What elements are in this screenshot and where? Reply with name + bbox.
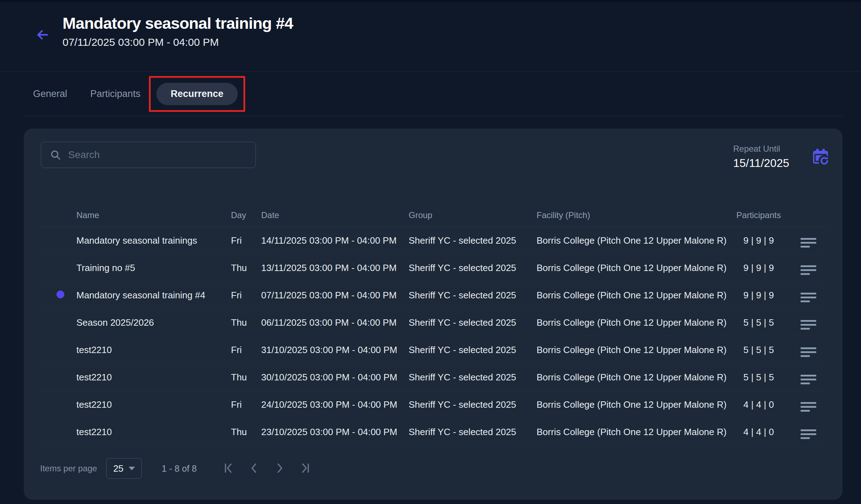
table-row[interactable]: Mandatory seasonal trainings Fri 14/11/2… [40, 227, 826, 254]
cell-participants: 4 | 4 | 0 [719, 427, 798, 438]
cell-actions [798, 313, 826, 332]
red-annotation-box: Recurrence [149, 76, 245, 112]
repeat-until-block: Repeat Until 15/11/2025 [733, 144, 789, 170]
repeat-until-label: Repeat Until [733, 144, 789, 154]
row-menu-icon[interactable] [798, 263, 818, 277]
cell-group: Sheriff YC - selected 2025 [409, 345, 537, 356]
cell-facility: Borris College (Pitch One 12 Upper Malon… [537, 317, 719, 328]
tab-general[interactable]: General [33, 88, 67, 99]
current-row-indicator-cell [40, 345, 76, 356]
cell-name: Training no #5 [76, 262, 231, 273]
previous-page-button[interactable] [247, 461, 262, 476]
last-page-button[interactable] [298, 461, 313, 476]
cell-facility: Borris College (Pitch One 12 Upper Malon… [537, 372, 719, 383]
cell-name: test2210 [76, 427, 231, 438]
table-row[interactable]: test2210 Thu 23/10/2025 03:00 PM - 04:00… [40, 418, 826, 446]
cell-group: Sheriff YC - selected 2025 [409, 372, 537, 383]
page-range-label: 1 - 8 of 8 [162, 464, 197, 474]
table-header-row: Name Day Date Group Facility (Pitch) Par… [40, 204, 826, 227]
cell-actions [798, 286, 826, 304]
cell-group: Sheriff YC - selected 2025 [409, 399, 537, 410]
first-page-button[interactable] [221, 461, 236, 476]
search-input[interactable] [68, 149, 247, 161]
cell-date: 31/10/2025 03:00 PM - 04:00 PM [261, 345, 409, 356]
column-header-day: Day [231, 210, 261, 220]
current-row-indicator-cell [40, 317, 76, 328]
search-box[interactable] [41, 142, 256, 168]
current-row-indicator-cell [40, 372, 76, 383]
cell-group: Sheriff YC - selected 2025 [409, 427, 537, 438]
row-menu-icon[interactable] [798, 400, 818, 414]
chevron-right-icon [274, 462, 286, 474]
row-menu-icon[interactable] [798, 236, 818, 250]
back-button[interactable] [35, 27, 50, 43]
chevron-left-icon [248, 462, 260, 474]
cell-participants: 9 | 9 | 9 [719, 290, 798, 301]
cell-group: Sheriff YC - selected 2025 [409, 317, 537, 328]
cell-name: test2210 [76, 399, 231, 410]
cell-name: Season 2025/2026 [76, 317, 231, 328]
cell-facility: Borris College (Pitch One 12 Upper Malon… [537, 345, 719, 356]
items-per-page-label: Items per page [40, 464, 97, 473]
cell-day: Fri [231, 399, 261, 410]
table-row[interactable]: Training no #5 Thu 13/11/2025 03:00 PM -… [40, 254, 826, 282]
column-header-name: Name [76, 210, 231, 220]
arrow-left-icon [35, 27, 50, 43]
cell-facility: Borris College (Pitch One 12 Upper Malon… [537, 262, 719, 273]
cell-day: Thu [231, 427, 261, 438]
cell-day: Fri [231, 345, 261, 356]
cell-actions [798, 259, 826, 277]
page-subtitle: 07/11/2025 03:00 PM - 04:00 PM [63, 36, 293, 48]
table-row[interactable]: test2210 Thu 30/10/2025 03:00 PM - 04:00… [40, 364, 826, 391]
tab-bar: General Participants Recurrence [0, 72, 861, 116]
cell-date: 07/11/2025 03:00 PM - 04:00 PM [261, 290, 409, 301]
cell-facility: Borris College (Pitch One 12 Upper Malon… [537, 235, 719, 246]
next-page-button[interactable] [272, 461, 287, 476]
cell-participants: 4 | 4 | 0 [719, 399, 798, 410]
cell-participants: 9 | 9 | 9 [719, 262, 798, 273]
last-page-icon [299, 462, 311, 474]
table-body: Mandatory seasonal trainings Fri 14/11/2… [40, 227, 826, 446]
cell-participants: 5 | 5 | 5 [719, 345, 798, 356]
cell-day: Thu [231, 317, 261, 328]
table-row[interactable]: Mandatory seasonal training #4 Fri 07/11… [40, 282, 826, 309]
current-row-indicator-cell [40, 290, 76, 301]
recurrence-table: Name Day Date Group Facility (Pitch) Par… [40, 204, 826, 446]
cell-facility: Borris College (Pitch One 12 Upper Malon… [537, 399, 719, 410]
calendar-repeat-icon [811, 147, 830, 167]
first-page-icon [222, 462, 235, 474]
column-header-facility: Facility (Pitch) [537, 210, 719, 220]
repeat-until-value: 15/11/2025 [733, 157, 789, 170]
cell-date: 14/11/2025 03:00 PM - 04:00 PM [261, 235, 409, 246]
cell-name: Mandatory seasonal training #4 [76, 290, 231, 301]
cell-group: Sheriff YC - selected 2025 [409, 290, 537, 301]
tab-participants[interactable]: Participants [90, 88, 140, 99]
row-menu-icon[interactable] [798, 345, 818, 359]
table-row[interactable]: test2210 Fri 31/10/2025 03:00 PM - 04:00… [40, 336, 826, 364]
column-header-date: Date [261, 210, 409, 220]
cell-date: 06/11/2025 03:00 PM - 04:00 PM [261, 317, 409, 328]
cell-group: Sheriff YC - selected 2025 [409, 262, 537, 273]
column-header-group: Group [409, 210, 537, 220]
dropdown-arrow-icon [129, 467, 135, 470]
cell-group: Sheriff YC - selected 2025 [409, 235, 537, 246]
table-row[interactable]: Season 2025/2026 Thu 06/11/2025 03:00 PM… [40, 309, 826, 336]
cell-actions [798, 341, 826, 359]
items-per-page-select[interactable]: 25 [106, 458, 142, 479]
row-menu-icon[interactable] [798, 318, 818, 332]
table-row[interactable]: test2210 Fri 24/10/2025 03:00 PM - 04:00… [40, 391, 826, 418]
cell-day: Fri [231, 290, 261, 301]
cell-day: Thu [231, 372, 261, 383]
column-header-participants: Participants [719, 210, 798, 220]
row-menu-icon[interactable] [798, 427, 818, 441]
cell-name: test2210 [76, 345, 231, 356]
tabs-divider [24, 116, 843, 116]
cell-actions [798, 423, 826, 441]
cell-name: test2210 [76, 372, 231, 383]
current-row-indicator-cell [40, 427, 76, 438]
cell-date: 13/11/2025 03:00 PM - 04:00 PM [261, 262, 409, 273]
row-menu-icon[interactable] [798, 291, 818, 304]
edit-recurrence-button[interactable] [811, 147, 830, 167]
tab-recurrence[interactable]: Recurrence [156, 83, 238, 105]
row-menu-icon[interactable] [798, 373, 818, 386]
